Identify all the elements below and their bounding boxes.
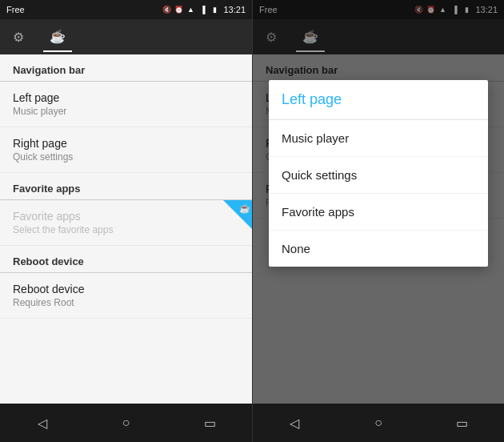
dropdown-option-music-player[interactable]: Music player bbox=[269, 120, 488, 157]
favorite-apps-item[interactable]: Favorite apps Select the favorite apps ☕ bbox=[0, 200, 252, 246]
coffee-icon-left: ☕ bbox=[50, 29, 66, 44]
reboot-subtitle: Requires Root bbox=[13, 297, 239, 308]
wifi-icon: ▲ bbox=[186, 6, 195, 14]
recent-button-right[interactable]: ▭ bbox=[438, 407, 486, 439]
right-screen: Free 🔇 ⏰ ▲ ▐ ▮ 13:21 ⚙ ☕ Navigation bar … bbox=[252, 0, 504, 442]
left-page-item[interactable]: Left page Music player bbox=[0, 82, 252, 127]
right-page-subtitle: Quick settings bbox=[13, 151, 239, 163]
tab-coffee-left[interactable]: ☕ bbox=[43, 22, 72, 52]
section-header-reboot: Reboot device bbox=[0, 246, 252, 272]
favorite-apps-subtitle: Select the favorite apps bbox=[13, 224, 239, 235]
app-name-left: Free bbox=[6, 5, 25, 14]
home-button-right[interactable]: ○ bbox=[354, 407, 402, 439]
tab-bar-left: ⚙ ☕ bbox=[0, 19, 252, 54]
reboot-title: Reboot device bbox=[13, 283, 239, 295]
back-button-left[interactable]: ◁ bbox=[18, 407, 66, 439]
left-page-subtitle: Music player bbox=[13, 106, 239, 117]
content-left: Navigation bar Left page Music player Ri… bbox=[0, 54, 252, 404]
alarm-icon: ⏰ bbox=[174, 6, 183, 14]
right-page-item[interactable]: Right page Quick settings bbox=[0, 127, 252, 173]
dropdown-option-quick-settings[interactable]: Quick settings bbox=[269, 157, 488, 194]
status-bar-left: Free 🔇 ⏰ ▲ ▐ ▮ 13:21 bbox=[0, 0, 252, 19]
dropdown-title: Left page bbox=[269, 80, 488, 120]
battery-icon: ▮ bbox=[210, 6, 219, 14]
mute-icon: 🔇 bbox=[162, 6, 171, 14]
left-page-title: Left page bbox=[13, 91, 239, 104]
time-left: 13:21 bbox=[223, 5, 246, 14]
dropdown-option-favorite-apps[interactable]: Favorite apps bbox=[269, 194, 488, 231]
section-header-favorites: Favorite apps bbox=[0, 173, 252, 199]
gear-icon-left: ⚙ bbox=[13, 30, 24, 45]
recent-button-left[interactable]: ▭ bbox=[186, 407, 234, 439]
reboot-device-item[interactable]: Reboot device Requires Root bbox=[0, 273, 252, 319]
dropdown-option-none[interactable]: None bbox=[269, 231, 488, 267]
dropdown-menu: Left page Music player Quick settings Fa… bbox=[269, 80, 488, 267]
dropdown-overlay[interactable]: Left page Music player Quick settings Fa… bbox=[253, 0, 504, 404]
signal-icon: ▐ bbox=[198, 6, 207, 14]
nav-bar-right: ◁ ○ ▭ bbox=[253, 404, 504, 442]
home-button-left[interactable]: ○ bbox=[102, 407, 150, 439]
back-button-right[interactable]: ◁ bbox=[270, 407, 318, 439]
tab-settings-left[interactable]: ⚙ bbox=[6, 23, 30, 51]
section-header-nav: Navigation bar bbox=[0, 54, 252, 81]
status-icons-left: 🔇 ⏰ ▲ ▐ ▮ 13:21 bbox=[162, 5, 246, 14]
badge-icon: ☕ bbox=[239, 203, 250, 214]
favorite-apps-title: Favorite apps bbox=[13, 210, 239, 223]
nav-bar-left: ◁ ○ ▭ bbox=[0, 404, 252, 442]
left-screen: Free 🔇 ⏰ ▲ ▐ ▮ 13:21 ⚙ ☕ Navigation bar … bbox=[0, 0, 252, 442]
right-page-title: Right page bbox=[13, 137, 239, 150]
